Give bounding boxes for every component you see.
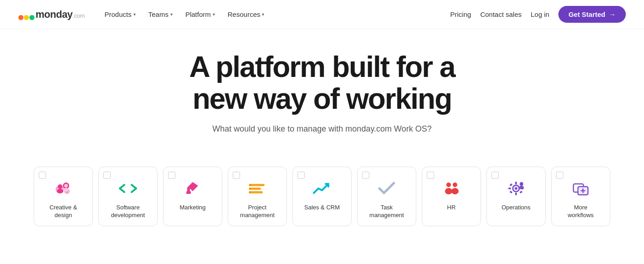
svg-point-19 <box>445 188 452 194</box>
card-task-management[interactable]: Taskmanagement <box>357 167 416 226</box>
hero-title: A platform built for a new way of workin… <box>189 51 455 115</box>
svg-point-9 <box>63 188 69 192</box>
svg-rect-25 <box>515 193 517 195</box>
card-label-software: Softwaredevelopment <box>111 203 145 219</box>
nav-left: Products ▾ Teams ▾ Platform ▾ Resources … <box>99 7 450 22</box>
card-sales-crm[interactable]: Sales & CRM <box>292 167 352 226</box>
svg-rect-12 <box>250 184 265 186</box>
svg-point-6 <box>58 184 62 189</box>
card-operations[interactable]: Operations <box>486 167 546 226</box>
card-label-project: Projectmanagement <box>240 203 275 219</box>
card-hr[interactable]: HR <box>422 167 481 226</box>
card-checkbox-project[interactable] <box>233 172 240 179</box>
card-checkbox-software[interactable] <box>103 172 111 179</box>
nav-contact-sales[interactable]: Contact sales <box>480 10 521 18</box>
nav-right: Pricing Contact sales Log in Get Started… <box>450 6 626 23</box>
project-icon <box>247 178 268 199</box>
nav-products[interactable]: Products ▾ <box>99 7 141 22</box>
card-more-workflows[interactable]: Moreworkflows <box>551 167 610 226</box>
svg-point-7 <box>57 189 63 193</box>
svg-rect-31 <box>519 190 522 193</box>
svg-point-1 <box>24 15 29 20</box>
more-icon <box>570 178 591 199</box>
svg-rect-30 <box>509 190 512 193</box>
card-project-management[interactable]: Projectmanagement <box>228 167 287 226</box>
nav-login[interactable]: Log in <box>531 10 549 18</box>
svg-rect-26 <box>508 188 511 189</box>
task-icon <box>376 178 397 199</box>
svg-point-18 <box>446 183 451 187</box>
nav-platform[interactable]: Platform ▾ <box>180 7 220 22</box>
card-checkbox-more[interactable] <box>556 172 563 179</box>
card-label-creative: Creative &design <box>50 203 77 219</box>
platform-chevron-icon: ▾ <box>213 12 215 17</box>
svg-point-0 <box>18 15 23 20</box>
resources-chevron-icon: ▾ <box>262 12 264 17</box>
svg-rect-14 <box>250 191 263 193</box>
card-label-hr: HR <box>447 203 456 212</box>
get-started-button[interactable]: Get Started → <box>558 6 626 23</box>
arrow-icon: → <box>609 10 616 18</box>
card-checkbox-creative[interactable] <box>39 172 46 179</box>
svg-point-23 <box>515 187 517 190</box>
svg-point-16 <box>249 188 251 190</box>
card-label-marketing: Marketing <box>179 203 205 212</box>
svg-point-8 <box>64 184 68 188</box>
svg-point-32 <box>520 182 523 186</box>
marketing-icon <box>182 178 203 199</box>
svg-point-33 <box>519 186 524 189</box>
svg-point-20 <box>453 183 457 187</box>
svg-point-21 <box>451 188 459 194</box>
svg-point-2 <box>30 15 35 20</box>
card-marketing[interactable]: Marketing <box>163 167 222 226</box>
nav-pricing[interactable]: Pricing <box>450 10 471 18</box>
workflow-cards: Creative &design Softwaredevelopment Mar… <box>0 167 644 226</box>
sales-icon <box>312 178 332 199</box>
svg-point-17 <box>249 191 251 193</box>
card-label-operations: Operations <box>501 203 531 212</box>
card-checkbox-task[interactable] <box>362 172 369 179</box>
operations-icon <box>506 178 526 199</box>
card-label-more: Moreworkflows <box>567 203 593 219</box>
navbar: monday.com Products ▾ Teams ▾ Platform ▾… <box>0 0 644 29</box>
svg-rect-24 <box>515 182 517 184</box>
card-label-task: Taskmanagement <box>369 203 404 219</box>
card-creative-design[interactable]: Creative &design <box>34 167 93 226</box>
card-checkbox-hr[interactable] <box>427 172 434 179</box>
hr-icon <box>441 178 462 199</box>
svg-rect-28 <box>509 183 512 186</box>
svg-point-15 <box>249 184 251 186</box>
svg-rect-13 <box>250 188 261 190</box>
products-chevron-icon: ▾ <box>133 12 136 17</box>
card-software-development[interactable]: Softwaredevelopment <box>98 167 158 226</box>
creative-icon <box>53 178 74 199</box>
svg-marker-10 <box>187 182 198 191</box>
logo[interactable]: monday.com <box>18 8 85 21</box>
nav-teams[interactable]: Teams ▾ <box>143 7 178 22</box>
nav-resources[interactable]: Resources ▾ <box>222 7 270 22</box>
card-label-sales: Sales & CRM <box>304 203 340 212</box>
card-checkbox-marketing[interactable] <box>168 172 175 179</box>
software-icon <box>118 178 138 199</box>
hero-section: A platform built for a new way of workin… <box>0 29 644 167</box>
svg-rect-11 <box>186 191 191 194</box>
card-checkbox-sales[interactable] <box>297 172 305 179</box>
logo-text: monday.com <box>36 9 85 20</box>
teams-chevron-icon: ▾ <box>170 12 173 17</box>
hero-subtitle: What would you like to manage with monda… <box>212 124 432 134</box>
card-checkbox-operations[interactable] <box>491 172 499 179</box>
